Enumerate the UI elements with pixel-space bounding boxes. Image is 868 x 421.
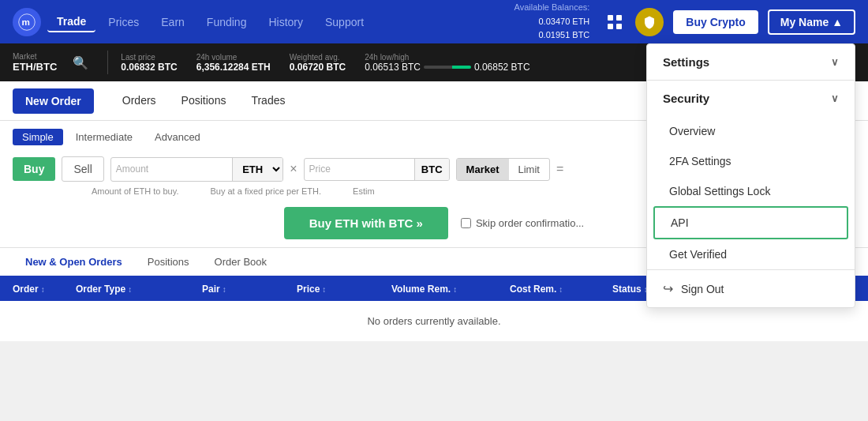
price-currency-label: BTC [414,159,449,180]
security-label: Security [663,92,709,105]
price-input-wrap: Price BTC [304,158,450,181]
dropdown-overview[interactable]: Overview [647,116,855,146]
market-order-btn[interactable]: Market [457,159,509,180]
chevron-down-icon: ∨ [831,56,839,68]
last-price-label: Last price [121,53,177,62]
dropdown-settings-header[interactable]: Settings ∨ [647,44,855,80]
complexity-simple[interactable]: Simple [13,129,63,145]
col-pair-label: Pair [202,284,220,295]
nav-history[interactable]: History [259,13,312,32]
tab-order-book[interactable]: Order Book [202,248,279,277]
balances-label: Available Balances: [514,1,590,15]
svg-rect-4 [608,24,613,29]
nav-earn[interactable]: Earn [152,13,194,32]
market-pair-value: ETH/BTC [13,61,57,73]
tab-positions-bottom[interactable]: Positions [135,248,202,277]
weighted-label: Weighted avg. [290,53,346,62]
dropdown-api[interactable]: API [653,206,848,239]
col-type[interactable]: Order Type ↕ [76,284,202,295]
my-name-button[interactable]: My Name ▲ [768,9,855,35]
limit-order-btn[interactable]: Limit [509,159,549,180]
price-range: 0.06513 BTC 0.06852 BTC [365,62,529,73]
dropdown-sign-out[interactable]: ↪ Sign Out [647,270,855,307]
nav-support[interactable]: Support [316,13,373,32]
nav-funding[interactable]: Funding [197,13,256,32]
market-label: Market [13,52,57,61]
nav-trade[interactable]: Trade [47,12,95,32]
svg-rect-2 [608,15,613,21]
sort-type: ↕ [128,285,132,294]
complexity-advanced[interactable]: Advanced [145,129,210,145]
security-chevron-down-icon: ∨ [831,92,839,104]
sell-button[interactable]: Sell [62,156,103,182]
market-pair: Market ETH/BTC [13,52,57,73]
high-price: 0.06852 BTC [474,62,530,73]
svg-rect-5 [616,24,622,29]
col-order-label: Order [13,284,39,295]
sort-price: ↕ [322,285,326,294]
col-price[interactable]: Price ↕ [297,284,391,295]
svg-rect-3 [616,15,622,21]
dropdown-2fa-settings[interactable]: 2FA Settings [647,146,855,176]
last-price-stat: Last price 0.06832 BTC [121,53,177,73]
sort-order: ↕ [41,285,45,294]
buy-button[interactable]: Buy [13,157,55,181]
col-type-label: Order Type [76,284,125,295]
skip-confirm-text: Skip order confirmatio... [476,217,584,229]
last-price-value: 0.06832 BTC [121,62,177,73]
lowhigh-label: 24h low/high [365,53,529,62]
hint-estimated: Estim [353,186,375,196]
col-volrem-label: Volume Rem. [391,284,451,295]
amount-input-wrap: Amount ETH BTC [110,157,283,182]
tab-new-open-orders[interactable]: New & Open Orders [13,248,135,277]
complexity-intermediate[interactable]: Intermediate [66,129,142,145]
low-price: 0.06513 BTC [365,62,421,73]
weighted-stat: Weighted avg. 0.06720 BTC [290,53,346,73]
sort-pair: ↕ [223,285,226,294]
dropdown-settings-section: Settings ∨ [647,44,855,81]
dropdown-security-header[interactable]: Security ∨ [647,81,855,116]
col-cost-rem[interactable]: Cost Rem. ↕ [510,284,612,295]
multiply-symbol: × [290,162,297,176]
currency-select[interactable]: ETH BTC [232,158,282,181]
svg-text:m: m [21,17,29,27]
skip-confirm-label: Skip order confirmatio... [461,217,584,229]
dropdown-get-verified[interactable]: Get Verified [647,239,855,269]
balance-btc: 0.01951 BTC [514,28,590,43]
col-status-label: Status [612,284,642,295]
tab-positions[interactable]: Positions [169,91,239,111]
tab-trades[interactable]: Trades [238,91,297,111]
volume-value: 6,356.12284 ETH [196,62,271,73]
col-pair[interactable]: Pair ↕ [202,284,297,295]
col-order[interactable]: Order ↕ [13,284,76,295]
tab-orders[interactable]: Orders [110,91,169,111]
volume-label: 24h volume [196,53,271,62]
search-button[interactable]: 🔍 [66,52,95,73]
dropdown-global-settings-lock[interactable]: Global Settings Lock [647,176,855,206]
price-label: Price [305,164,335,175]
submit-button[interactable]: Buy ETH with BTC » [284,207,448,239]
lowhigh-stat: 24h low/high 0.06513 BTC 0.06852 BTC [365,53,529,73]
hint-price: Buy at a fixed price per ETH. [210,186,321,196]
hint-amount: Amount of ETH to buy. [92,186,178,196]
buy-crypto-button[interactable]: Buy Crypto [673,10,758,34]
sort-volrem: ↕ [453,285,457,294]
range-bar [424,66,471,69]
shield-icon[interactable] [635,8,664,36]
grid-icon[interactable] [602,9,627,35]
balance-eth: 0.03470 ETH [514,15,590,29]
username-label: My Name ▲ [780,16,843,28]
skip-confirm-checkbox[interactable] [461,218,471,228]
logo[interactable]: m [13,8,41,36]
price-input[interactable] [335,159,414,180]
nav-prices[interactable]: Prices [99,13,148,32]
amount-label: Amount [111,164,153,175]
available-balances: Available Balances: 0.03470 ETH 0.01951 … [514,1,590,43]
col-vol-rem[interactable]: Volume Rem. ↕ [391,284,510,295]
amount-input[interactable] [153,159,232,180]
sign-out-label: Sign Out [681,283,724,295]
new-order-button[interactable]: New Order [13,88,94,114]
sort-costrem: ↕ [559,285,563,294]
col-costrem-label: Cost Rem. [510,284,556,295]
sign-out-arrow-icon: ↪ [663,281,673,296]
